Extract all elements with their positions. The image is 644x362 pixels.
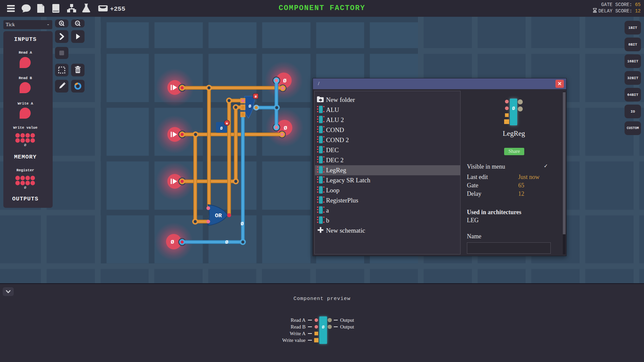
svg-text:Output: Output <box>340 317 355 323</box>
svg-text:Ø: Ø <box>249 104 251 109</box>
svg-text:Write A: Write A <box>290 331 306 336</box>
svg-text:Ø: Ø <box>225 240 228 245</box>
svg-text:Ø: Ø <box>512 106 515 111</box>
svg-text:Output: Output <box>340 324 355 329</box>
svg-text:Ø: Ø <box>171 239 174 245</box>
svg-text:Write value: Write value <box>282 338 306 343</box>
svg-text:OR: OR <box>215 213 222 219</box>
svg-text:Read A: Read A <box>290 317 306 323</box>
svg-text:■: ■ <box>226 122 228 125</box>
svg-text:Ø: Ø <box>284 125 287 131</box>
svg-text:Ø: Ø <box>240 221 244 227</box>
svg-text:Ø: Ø <box>322 325 325 330</box>
svg-text:Ø: Ø <box>220 126 222 131</box>
svg-text:Read B: Read B <box>290 324 306 329</box>
svg-text:Ø: Ø <box>283 78 286 84</box>
svg-text:Ø: Ø <box>255 95 257 99</box>
